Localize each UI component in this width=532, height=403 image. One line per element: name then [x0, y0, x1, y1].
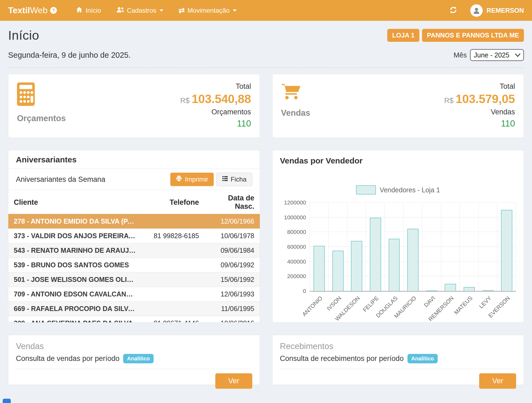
nav-item-label: Cadastros [127, 7, 156, 14]
sales-by-seller-card: Vendas por Vendedor Vendedores - Loja 1 … [272, 150, 524, 323]
company-badge[interactable]: PANNOS E PANNOS LTDA ME [422, 29, 524, 42]
y-axis-tick: 800000 [287, 229, 306, 235]
nav-item-cadastros[interactable]: Cadastros [116, 6, 163, 15]
cell-client: 539 - BRUNO DOS SANTOS GOMES [8, 258, 139, 272]
table-row[interactable]: 309 - ANA SEVERINA PAES DA SILVA81 99671… [8, 316, 260, 323]
help-icon[interactable]: ? [50, 7, 57, 14]
birthdays-table-scroll[interactable]: 278 - ANTONIO EMIDIO DA SILVA (PALESTI..… [8, 214, 260, 323]
bar-antonio[interactable] [313, 246, 325, 291]
birthdays-subtitle: Aniversariantes da Semana [16, 175, 105, 184]
col-data-nasc: Data de Nasc. [204, 190, 260, 214]
table-row[interactable]: 669 - RAFAELA PROCOPIO DA SILVA CARVA...… [8, 302, 260, 316]
cell-date: 10/06/1978 [204, 229, 260, 243]
cell-date: 09/06/1984 [204, 243, 260, 258]
month-select[interactable]: June - 2025 [470, 49, 524, 61]
cell-phone [139, 258, 204, 272]
ficha-button[interactable]: Ficha [216, 173, 252, 186]
exchange-icon: ⇄ [178, 7, 185, 14]
bar-douglas[interactable] [389, 239, 400, 291]
home-icon [76, 6, 83, 15]
cell-phone [139, 243, 204, 258]
bar-everson[interactable] [501, 210, 512, 291]
count-value: 110 [444, 118, 515, 129]
cell-date: 09/06/1992 [204, 258, 260, 272]
store-badge[interactable]: LOJA 1 [387, 29, 419, 42]
cell-client: 543 - RENATO MARINHO DE ARAUJO (FAZE... [8, 243, 139, 258]
sales-summary-card: Vendas Total R$103.579,05 Vendas 110 [272, 74, 524, 138]
total-label: Total [180, 82, 251, 91]
cell-phone: 81 99828-6185 [139, 229, 204, 243]
avatar [470, 4, 483, 17]
cell-phone [139, 272, 204, 287]
budgets-card: Orçamentos Total R$103.540,88 Orçamentos… [8, 74, 260, 138]
bar-ivson[interactable] [332, 251, 344, 291]
chevron-down-icon [160, 9, 163, 12]
chat-widget-icon[interactable] [3, 399, 11, 403]
navbar: TextilWeb ? Início Cadastros ⇄ Movi [0, 0, 532, 21]
user-menu[interactable]: REMERSON [470, 4, 524, 17]
y-axis-tick: 1000000 [284, 214, 306, 221]
cell-phone: 81 99671-4146 [139, 316, 204, 323]
cell-client: 709 - ANTONIO EDSON CAVALCANTE DANTAS [8, 287, 139, 302]
y-axis-tick: 1200000 [284, 199, 306, 206]
chart-title: Vendas por Vendedor [272, 150, 524, 168]
calculator-icon [17, 82, 66, 107]
chevron-down-icon [233, 9, 237, 12]
cell-client: 669 - RAFAELA PROCOPIO DA SILVA CARVA... [8, 302, 139, 316]
brand[interactable]: TextilWeb ? [8, 5, 57, 15]
col-telefone: Telefone [139, 190, 204, 214]
birthdays-tbody: 278 - ANTONIO EMIDIO DA SILVA (PALESTI..… [8, 214, 260, 323]
birthdays-title: Aniversariantes [8, 150, 260, 169]
brand-text: TextilWeb [8, 5, 47, 15]
card-name: Orçamentos [17, 114, 66, 123]
current-date: Segunda-feira, 9 de junho de 2025. [8, 51, 131, 60]
count-label: Vendas [444, 108, 515, 116]
table-row[interactable]: 539 - BRUNO DOS SANTOS GOMES09/06/1992 [8, 258, 260, 272]
card-title: Vendas [16, 341, 252, 351]
bar-remerson[interactable] [445, 284, 456, 291]
table-row[interactable]: 373 - VALDIR DOS ANJOS PEREIRA (ANGELA)8… [8, 229, 260, 243]
bar-felipe[interactable] [370, 218, 381, 291]
cell-date: 12/06/1966 [204, 214, 260, 229]
y-axis-tick: 0 [303, 288, 306, 294]
birthdays-table-header: Cliente Telefone Data de Nasc. [8, 190, 260, 214]
table-row[interactable]: 501 - JOSE WELISSON GOMES OLIVEIRA (E...… [8, 272, 260, 287]
cell-date: 15/06/1992 [204, 272, 260, 287]
nav-item-label: Início [85, 7, 101, 14]
users-icon [116, 6, 124, 15]
nav-item-movimentacao[interactable]: ⇄ Movimentação [178, 7, 237, 14]
cell-date: 12/06/1993 [204, 287, 260, 302]
bar-davi[interactable] [426, 291, 437, 291]
ver-vendas-button[interactable]: Ver [215, 373, 252, 389]
ver-recebimentos-button[interactable]: Ver [479, 373, 516, 389]
receipts-query-card: Recebimentos Consulta de recebimentos po… [272, 335, 524, 385]
bar-mateus[interactable] [464, 287, 475, 291]
table-row[interactable]: 543 - RENATO MARINHO DE ARAUJO (FAZE...0… [8, 243, 260, 258]
legend-swatch [356, 185, 376, 194]
bar-levy[interactable] [482, 290, 494, 291]
cell-date: 11/06/1995 [204, 302, 260, 316]
analitico-badge: Analítico [407, 354, 438, 363]
refresh-icon[interactable] [449, 6, 457, 15]
nav-item-inicio[interactable]: Início [76, 6, 101, 15]
count-label: Orçamentos [180, 108, 251, 116]
sales-query-card: Vendas Consulta de vendas por período An… [8, 335, 260, 385]
cell-phone [139, 214, 204, 229]
table-row[interactable]: 709 - ANTONIO EDSON CAVALCANTE DANTAS12/… [8, 287, 260, 302]
cell-client: 501 - JOSE WELISSON GOMES OLIVEIRA (E... [8, 272, 139, 287]
cell-phone [139, 302, 204, 316]
chart-legend[interactable]: Vendedores - Loja 1 [356, 185, 440, 194]
bar-waldeson[interactable] [351, 241, 362, 291]
count-value: 110 [180, 118, 251, 129]
bar-mauricio[interactable] [407, 229, 419, 291]
cell-phone [139, 287, 204, 302]
navbar-right: REMERSON [449, 4, 524, 17]
list-icon [222, 176, 228, 183]
chart-plot: 020000040000060000080000010000001200000A… [310, 203, 516, 292]
cell-date: 10/06/2016 [204, 316, 260, 323]
table-row[interactable]: 278 - ANTONIO EMIDIO DA SILVA (PALESTI..… [8, 214, 260, 229]
print-button[interactable]: Imprimir [170, 173, 214, 186]
analitico-badge: Analítico [123, 354, 153, 363]
username: REMERSON [486, 7, 524, 14]
printer-icon [176, 175, 182, 183]
